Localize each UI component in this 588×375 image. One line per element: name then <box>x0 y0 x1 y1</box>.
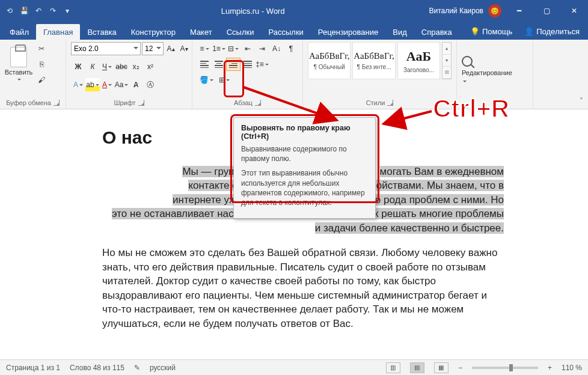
status-bar: Страница 1 из 1 Слово 48 из 115 ✎ русски… <box>0 359 588 375</box>
style-heading1[interactable]: АаБ Заголово... <box>397 42 440 79</box>
zoom-in-button[interactable]: + <box>548 364 552 372</box>
autosave-icon[interactable]: ⟲ <box>4 5 16 17</box>
tab-file[interactable]: Файл <box>2 24 36 40</box>
strikethrough-button[interactable]: abc <box>114 60 129 73</box>
borders-icon[interactable]: ⊞ <box>215 73 233 87</box>
tooltip-title: Выровнять по правому краю (Ctrl+R) <box>241 124 368 141</box>
highlight-icon[interactable]: ab <box>85 78 100 91</box>
zoom-level[interactable]: 110 % <box>562 364 582 372</box>
shrink-font-icon[interactable]: A▾ <box>178 42 190 55</box>
increase-indent-icon[interactable]: ⇥ <box>255 42 269 55</box>
zoom-slider[interactable] <box>472 367 538 369</box>
minimize-button[interactable]: ━ <box>505 0 533 22</box>
tab-help[interactable]: Справка <box>414 24 459 40</box>
clear-format-icon[interactable]: A̷ <box>129 78 143 91</box>
ribbon-tabs: Файл Главная Вставка Конструктор Макет С… <box>0 22 588 40</box>
format-painter-icon[interactable]: 🖌 <box>35 73 48 87</box>
collapse-ribbon-icon[interactable]: ˄ <box>580 97 583 105</box>
qat-more-icon[interactable]: ▾ <box>61 5 73 17</box>
find-icon[interactable] <box>462 56 473 67</box>
tab-home[interactable]: Главная <box>36 24 80 40</box>
status-page[interactable]: Страница 1 из 1 <box>6 364 60 372</box>
group-editing: Редактирование <box>457 40 533 109</box>
tab-insert[interactable]: Вставка <box>80 24 123 40</box>
quick-access-toolbar: ⟲ 💾 ↶ ↷ ▾ <box>0 5 77 17</box>
status-words[interactable]: Слово 48 из 115 <box>70 364 124 372</box>
grow-font-icon[interactable]: A▴ <box>165 42 177 55</box>
styles-dialog-launcher[interactable] <box>387 100 393 106</box>
cut-icon[interactable]: ✂ <box>35 42 48 55</box>
tooltip-align-right: Выровнять по правому краю (Ctrl+R) Вырав… <box>233 117 376 219</box>
group-clipboard: Вставить ✂ ⎘ 🖌 Буфер обмена <box>0 40 66 109</box>
align-center-button[interactable] <box>212 58 226 71</box>
zoom-out-button[interactable]: − <box>458 364 462 372</box>
font-size-select[interactable]: 12 <box>142 42 164 55</box>
group-paragraph: ≡ 1≡ ⊟ ⇤ ⇥ A↓ ¶ ‡≡ 🪣 ⊞ Абзац <box>192 40 303 109</box>
view-web-icon[interactable]: ▦ <box>434 362 449 373</box>
tab-design[interactable]: Конструктор <box>124 24 183 40</box>
maximize-button[interactable]: ▢ <box>533 0 560 22</box>
group-styles: АаБбВвГг, ¶ Обычный АаБбВвГг, ¶ Без инте… <box>303 40 457 109</box>
view-read-icon[interactable]: ▥ <box>386 362 400 373</box>
sort-icon[interactable]: A↓ <box>269 42 284 55</box>
close-button[interactable]: ✕ <box>560 0 588 22</box>
font-name-select[interactable]: Exo 2.0 <box>71 42 141 55</box>
align-justify-button[interactable] <box>240 58 255 71</box>
share-button[interactable]: 👤 Поделиться <box>518 23 586 40</box>
style-no-spacing[interactable]: АаБбВвГг, ¶ Без инте... <box>352 42 395 79</box>
font-color-icon[interactable]: A <box>100 78 114 91</box>
paragraph-dialog-launcher[interactable] <box>255 100 261 106</box>
styles-scroll[interactable]: ▴▾⊟ <box>442 42 452 79</box>
numbering-icon[interactable]: 1≡ <box>212 42 226 55</box>
show-marks-icon[interactable]: ¶ <box>284 42 298 55</box>
italic-button[interactable]: К <box>85 60 100 73</box>
user-avatar-icon[interactable]: 😊 <box>488 4 501 17</box>
tooltip-desc1: Выравнивание содержимого по правому полю… <box>241 144 368 163</box>
superscript-button[interactable]: x² <box>143 60 158 73</box>
align-left-button[interactable] <box>197 58 212 71</box>
view-print-icon[interactable]: ▤ <box>410 362 424 373</box>
window-controls: ━ ▢ ✕ <box>505 0 588 22</box>
bullets-icon[interactable]: ≡ <box>197 42 212 55</box>
redo-icon[interactable]: ↷ <box>47 5 59 17</box>
line-spacing-icon[interactable]: ‡≡ <box>255 58 269 71</box>
status-language[interactable]: русский <box>150 364 176 372</box>
user-name: Виталий Каиров <box>429 7 483 15</box>
text-effects-icon[interactable]: A <box>71 78 85 91</box>
align-right-button[interactable] <box>226 58 240 71</box>
tooltip-desc2: Этот тип выравнивания обычно используетс… <box>241 168 368 207</box>
tab-view[interactable]: Вид <box>385 24 414 40</box>
ribbon: Вставить ✂ ⎘ 🖌 Буфер обмена Exo 2.0 12 A… <box>0 40 588 109</box>
shading-icon[interactable]: 🪣 <box>197 73 215 87</box>
underline-button[interactable]: Ч <box>100 60 114 73</box>
multilevel-list-icon[interactable]: ⊟ <box>226 42 240 55</box>
bold-button[interactable]: Ж <box>71 60 85 73</box>
phonetic-icon[interactable]: Ⓐ <box>143 78 158 91</box>
change-case-icon[interactable]: Aa <box>114 78 129 91</box>
undo-icon[interactable]: ↶ <box>32 5 44 17</box>
copy-icon[interactable]: ⎘ <box>35 58 48 71</box>
title-bar: ⟲ 💾 ↶ ↷ ▾ Lumpics.ru - Word Виталий Каир… <box>0 0 588 22</box>
font-dialog-launcher[interactable] <box>138 100 144 106</box>
spellcheck-icon[interactable]: ✎ <box>134 364 140 372</box>
subscript-button[interactable]: x₂ <box>129 60 143 73</box>
style-normal[interactable]: АаБбВвГг, ¶ Обычный <box>308 42 351 79</box>
tab-references[interactable]: Ссылки <box>219 24 262 40</box>
tab-layout[interactable]: Макет <box>183 24 219 40</box>
tab-review[interactable]: Рецензирование <box>311 24 385 40</box>
normal-paragraph[interactable]: Но мы не сможем это сделать без Вашей об… <box>102 246 504 331</box>
user-area[interactable]: Виталий Каиров 😊 <box>429 4 505 17</box>
window-title: Lumpics.ru - Word <box>77 7 429 16</box>
group-font: Exo 2.0 12 A▴ A▾ Ж К Ч abc x₂ x² A ab A … <box>66 40 192 109</box>
decrease-indent-icon[interactable]: ⇤ <box>240 42 255 55</box>
clipboard-icon <box>10 47 27 67</box>
tab-mailings[interactable]: Рассылки <box>261 24 310 40</box>
paste-button[interactable]: Вставить <box>5 42 32 87</box>
save-icon[interactable]: 💾 <box>18 5 30 17</box>
tell-me[interactable]: 💡 Помощь <box>464 23 518 40</box>
clipboard-dialog-launcher[interactable] <box>54 100 60 106</box>
